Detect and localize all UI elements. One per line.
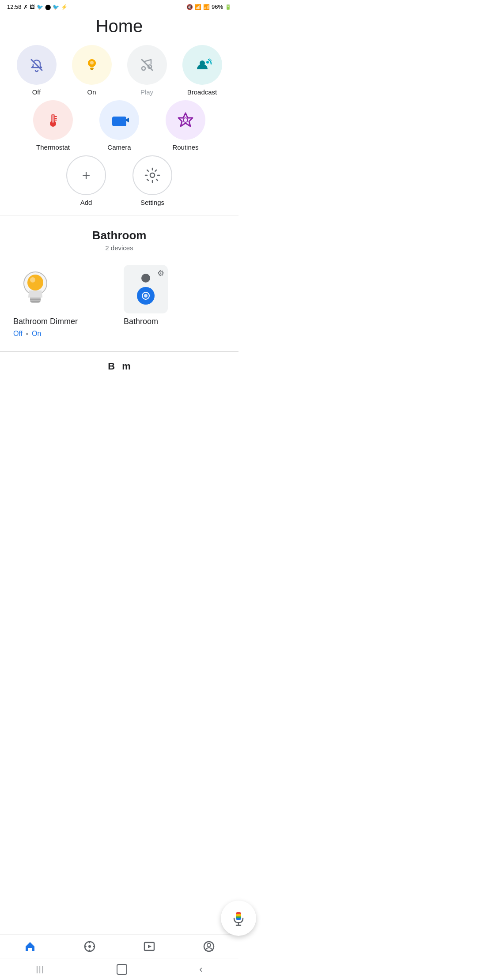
bathroom-dimmer-card[interactable]: Bathroom Dimmer Off On (13, 260, 115, 342)
svg-point-7 (142, 67, 145, 70)
svg-point-10 (206, 61, 209, 64)
broadcast-label: Broadcast (187, 88, 217, 96)
camera-label: Camera (107, 143, 131, 151)
action-routines[interactable]: Routines (166, 100, 205, 151)
action-broadcast[interactable]: Broadcast (182, 45, 222, 96)
action-thermostat[interactable]: Thermostat (33, 100, 73, 151)
svg-rect-3 (90, 68, 94, 69)
broadcast-circle[interactable] (182, 45, 222, 85)
partial-suffix (115, 361, 122, 372)
off-label: Off (32, 88, 41, 96)
circle-icon: ⬤ (45, 4, 51, 10)
settings-label: Settings (140, 199, 164, 206)
play-label: Play (140, 88, 153, 96)
bolt-icon: ⚡ (61, 4, 68, 10)
svg-marker-19 (178, 113, 193, 126)
camera-icon (110, 110, 129, 130)
dimmer-status: Off On (13, 330, 41, 338)
camera-lens-icon (141, 291, 151, 301)
quick-actions-row1: Off On Play (0, 45, 238, 96)
action-add[interactable]: + Add (66, 155, 106, 206)
bathroom-gear-icon: ⚙ (157, 268, 164, 278)
bulb-on-icon (83, 56, 101, 74)
photo-icon: 🖼 (30, 4, 35, 10)
battery-percent: 96% (212, 4, 223, 10)
on-label: On (87, 88, 96, 96)
add-circle[interactable]: + (66, 155, 106, 195)
battery-icon: 🔋 (225, 4, 231, 10)
svg-rect-17 (112, 117, 126, 126)
signal-icon: 📶 (203, 4, 210, 10)
section-divider (0, 215, 238, 215)
music-off-icon (138, 56, 156, 74)
twitter-icon-2: 🐦 (53, 4, 59, 10)
thermostat-icon (43, 110, 63, 130)
action-on[interactable]: On (72, 45, 112, 96)
bathroom-name: Bathroom (124, 317, 158, 326)
room-device-count: 2 devices (9, 244, 230, 252)
devices-row: Bathroom Dimmer Off On (9, 260, 230, 342)
quick-actions-row3: + Add Settings (0, 155, 238, 206)
status-bar: 12:58 ✗ 🖼 🐦 ⬤ 🐦 ⚡ 🔇 📶 📶 96% 🔋 (0, 0, 238, 12)
svg-point-28 (144, 294, 148, 298)
add-label: Add (80, 199, 92, 206)
routines-label: Routines (172, 143, 198, 151)
svg-point-23 (27, 275, 43, 290)
dimmer-bulb-icon (13, 265, 57, 313)
dimmer-name: Bathroom Dimmer (13, 317, 78, 326)
thermostat-label: Thermostat (36, 143, 70, 151)
bell-off-icon (28, 56, 45, 74)
svg-point-20 (183, 118, 188, 122)
svg-point-21 (150, 173, 155, 177)
action-camera[interactable]: Camera (99, 100, 139, 151)
partial-prefix: B (108, 361, 115, 372)
bathroom-device-card[interactable]: ⚙ Bathroom (124, 260, 225, 342)
on-circle[interactable] (72, 45, 112, 85)
twitter-icon-1: 🐦 (37, 4, 43, 10)
partial-room-section: B m (0, 351, 238, 372)
svg-rect-4 (91, 69, 93, 70)
play-circle[interactable] (127, 45, 167, 85)
action-play[interactable]: Play (127, 45, 167, 96)
missed-call-icon: ✗ (23, 4, 28, 10)
partial-room-title: B m (9, 361, 230, 372)
off-circle[interactable] (17, 45, 57, 85)
action-settings[interactable]: Settings (132, 155, 172, 206)
status-dot (26, 333, 28, 335)
camera-lens-small (141, 274, 150, 283)
svg-point-5 (90, 61, 94, 64)
wifi-icon: 📶 (195, 4, 201, 10)
page-title: Home (0, 12, 238, 45)
bathroom-room-section: Bathroom 2 devices Bathroom Dimmer Off (0, 220, 238, 342)
dimmer-off-btn[interactable]: Off (13, 330, 23, 338)
camera-circle[interactable] (99, 100, 139, 140)
svg-point-24 (30, 277, 35, 283)
action-off[interactable]: Off (17, 45, 57, 96)
routines-circle[interactable] (166, 100, 205, 140)
routines-icon (176, 110, 195, 130)
status-time: 12:58 ✗ 🖼 🐦 ⬤ 🐦 ⚡ (7, 4, 68, 10)
thermostat-circle[interactable] (33, 100, 73, 140)
settings-circle[interactable] (132, 155, 172, 195)
bathroom-device-box[interactable]: ⚙ (124, 265, 168, 313)
dimmer-on-btn[interactable]: On (32, 330, 41, 338)
svg-marker-18 (126, 116, 129, 124)
time: 12:58 (7, 4, 22, 10)
broadcast-icon (193, 55, 212, 75)
partial-end: m (122, 361, 131, 372)
room-name: Bathroom (9, 229, 230, 242)
mute-icon: 🔇 (186, 4, 193, 10)
status-indicators: 🔇 📶 📶 96% 🔋 (186, 4, 231, 10)
camera-lens-main (137, 287, 155, 305)
settings-gear-icon (144, 167, 160, 183)
quick-actions-row2: Thermostat Camera Routines (0, 100, 238, 151)
svg-rect-13 (52, 115, 54, 123)
